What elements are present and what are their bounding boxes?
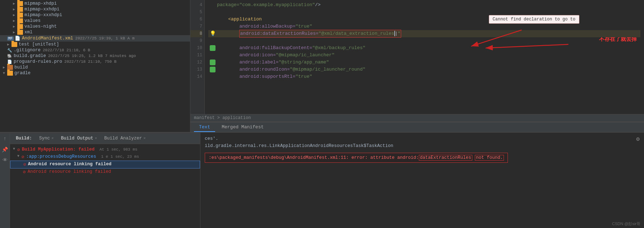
- folder-icon: [11, 42, 17, 47]
- chevron-right-icon: ▶: [13, 30, 17, 34]
- tree-item-build[interactable]: ▶ build: [0, 65, 190, 70]
- error-attribute-highlight: dataExtractionRules: [419, 155, 472, 161]
- folder-icon: [17, 30, 23, 35]
- file-meta: 2022/7/18 21:10, 750 B: [64, 60, 116, 64]
- main-container: ▶ mipmap-xhdpi ▶ mipmap-xxhdpi ▶ mipmap-…: [0, 0, 644, 228]
- build-tabs-bar: Build: Sync × Build Output × Build Analy…: [10, 133, 200, 144]
- tooltip-box: Cannot find declaration to go to: [489, 15, 579, 24]
- folder-icon: [17, 13, 23, 18]
- code-line-14: android:supportsRtl="true": [208, 73, 640, 80]
- tree-item-values[interactable]: ▶ values: [0, 18, 190, 24]
- watermark: CSDN @彭sir哥: [612, 221, 640, 227]
- tree-item-label: mipmap-xhdpi: [24, 1, 57, 6]
- tabs-bar: Text Merged Manifest: [190, 122, 644, 132]
- code-line-11: android:icon="@mipmap/ic_launcher": [208, 52, 640, 59]
- tab-text[interactable]: Text: [194, 123, 215, 132]
- build-item-linking-selected[interactable]: ⊘ Android resource linking failed: [10, 161, 200, 168]
- code-line-9: [208, 37, 640, 44]
- sync-close[interactable]: ×: [51, 136, 54, 141]
- android-icon: [210, 60, 216, 65]
- build-output-line-2: ild.gradle.internal.res.LinkApplicationA…: [205, 143, 640, 149]
- chevron-down-icon: ▼: [13, 147, 17, 151]
- chevron-right-icon: ▶: [13, 1, 17, 6]
- build-item-text: Android resource linking failed: [28, 162, 197, 167]
- tree-item-label: mipmap-xxhdpi: [24, 7, 60, 12]
- folder-icon: [17, 7, 23, 12]
- build-label: Build:: [13, 135, 35, 142]
- build-item-text: :app:processDebugResources 1 e 1 sec, 23…: [26, 154, 197, 159]
- android-icon: [210, 45, 216, 51]
- tree-item-label: mipmap-xxxhdpi: [24, 13, 62, 18]
- build-output-line-1: ces'.: [205, 136, 640, 142]
- build-item-root[interactable]: ▼ ⊘ Build MyApplication: failed At 1 sec…: [10, 146, 200, 153]
- build-error-box: :es\packaged_manifests\debug\AndroidMani…: [205, 153, 508, 163]
- android-icon: [210, 67, 216, 72]
- file-meta: 2022/7/25 19:39, 1 kB A m: [75, 36, 135, 41]
- code-line-5: [208, 9, 640, 16]
- bottom-section: ↑ 📌 👁 Build: Sync × Build Output × Build…: [0, 133, 644, 228]
- tree-item-label: .gitignore: [14, 48, 41, 53]
- arrow-up-icon[interactable]: ↑: [1, 135, 9, 143]
- tree-item-test[interactable]: ▶ test [unitTest]: [0, 42, 190, 47]
- file-icon: 🐘: [7, 54, 12, 58]
- line-numbers: 4 5 6 7 8 9 10 11 12 13 14: [190, 0, 205, 114]
- chevron-down-icon: ▼: [17, 154, 22, 158]
- build-item-text: Build MyApplication: failed At 1 sec, 98…: [22, 147, 197, 152]
- build-item-process[interactable]: ▼ ⊘ :app:processDebugResources 1 e 1 sec…: [10, 153, 200, 161]
- tree-item-gitignore[interactable]: 🔧 .gitignore 2022/7/18 21:10, 6 B: [0, 47, 190, 53]
- folder-icon: [17, 1, 23, 6]
- eye-icon[interactable]: 👁: [1, 156, 9, 164]
- folder-icon: [17, 24, 23, 29]
- error-icon: ⊘: [22, 154, 24, 160]
- tab-merged-manifest[interactable]: Merged Manifest: [217, 123, 269, 132]
- tree-item-mipmap-xxhdpi[interactable]: ▶ mipmap-xxhdpi: [0, 6, 190, 12]
- tree-item-mipmap-xxxhdpi[interactable]: ▶ mipmap-xxxhdpi: [0, 12, 190, 18]
- file-icon: 📄: [7, 60, 12, 64]
- tree-item-label: proguard-rules.pro: [14, 59, 62, 64]
- error-icon: ⊘: [17, 147, 20, 153]
- error-icon: ⊘: [23, 169, 26, 175]
- tree-item-label: build: [14, 65, 28, 70]
- build-item-linking[interactable]: ⊘ Android resource linking failed: [10, 168, 200, 176]
- breadcrumb: manifest > application: [194, 115, 251, 120]
- folder-icon: [7, 65, 13, 70]
- tree-item-xml[interactable]: ▶ xml: [0, 29, 190, 35]
- tree-item-label: build.gradle: [14, 53, 46, 58]
- tree-item-label: values: [24, 18, 41, 23]
- tree-item-values-night[interactable]: ▶ values-night: [0, 24, 190, 29]
- build-analyzer-close[interactable]: ×: [143, 136, 146, 141]
- build-output-close[interactable]: ×: [95, 136, 97, 141]
- build-item-text: Android resource linking failed: [28, 169, 197, 174]
- tree-item-label: values-night: [24, 24, 57, 29]
- gutter-8: 💡: [208, 30, 217, 37]
- tree-item-label: test [unitTest]: [19, 42, 59, 47]
- chevron-right-icon: ▶: [13, 7, 17, 11]
- tab-build-output[interactable]: Build Output ×: [58, 135, 100, 142]
- file-tree-panel: ▶ mipmap-xhdpi ▶ mipmap-xxhdpi ▶ mipmap-…: [0, 0, 190, 132]
- top-section: ▶ mipmap-xhdpi ▶ mipmap-xxhdpi ▶ mipmap-…: [0, 0, 644, 133]
- pin-icon[interactable]: 📌: [1, 146, 9, 153]
- file-icon: 📄: [15, 35, 20, 41]
- tree-item-gradle[interactable]: ▼ gradle: [0, 70, 190, 76]
- code-line-13: android:roundIcon="@mipmap/ic_launcher_r…: [208, 66, 640, 73]
- tree-item-buildgradle[interactable]: 🐘 build.gradle 2022/7/25 19:25, 1.2 kB 7…: [0, 53, 190, 59]
- tree-item-proguard[interactable]: 📄 proguard-rules.pro 2022/7/18 21:10, 75…: [0, 59, 190, 65]
- tree-item-mipmap-xhdpi[interactable]: ▶ mipmap-xhdpi: [0, 1, 190, 6]
- tree-item-androidmanifest[interactable]: MF 📄 AndroidManifest.xml 2022/7/25 19:39…: [0, 35, 190, 42]
- gutter-13: [208, 67, 217, 72]
- file-icon: 🔧: [7, 48, 12, 53]
- file-meta: 2022/7/18 21:10, 6 B: [43, 48, 90, 52]
- code-line-4: package="com.example.myapplication" />: [208, 1, 640, 9]
- tooltip-text: Cannot find declaration to go to: [493, 17, 575, 22]
- build-meta: At 1 sec, 983 ms: [99, 147, 138, 152]
- folder-icon: [7, 71, 13, 76]
- tree-item-label: gradle: [14, 71, 31, 76]
- build-panel: Build: Sync × Build Output × Build Analy…: [10, 133, 200, 228]
- chevron-right-icon: ▶: [13, 19, 17, 23]
- not-found-highlight: not found.: [475, 155, 504, 161]
- chevron-down-icon: ▼: [3, 71, 7, 75]
- chevron-right-icon: ▶: [7, 42, 11, 47]
- settings-gear-icon[interactable]: ⚙: [636, 136, 640, 143]
- tab-sync[interactable]: Sync ×: [36, 135, 57, 142]
- tab-build-analyzer[interactable]: Build Analyzer ×: [101, 135, 149, 142]
